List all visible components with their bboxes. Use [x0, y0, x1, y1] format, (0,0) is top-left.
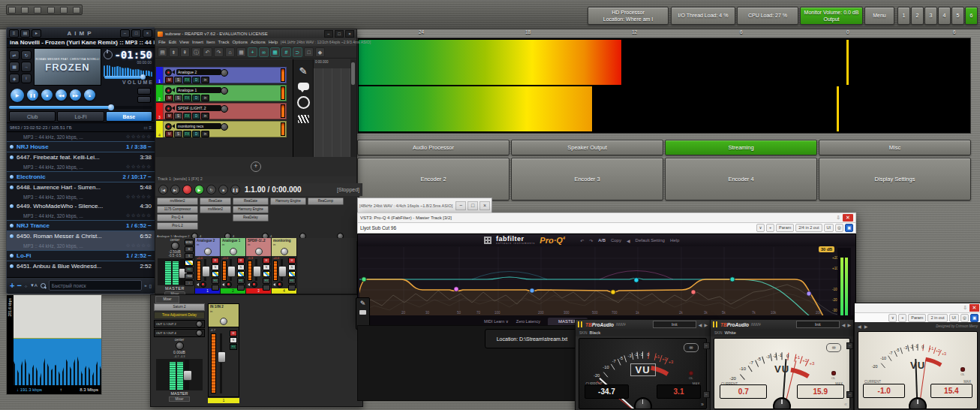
prev-button[interactable]: ◀◀	[56, 89, 67, 101]
eq-display[interactable]: 10203050701002003005007001k2k3k5k7k10k20…	[359, 247, 843, 316]
defer-button[interactable]: D	[192, 131, 200, 137]
mute-button[interactable]: M	[165, 131, 173, 137]
repeat-icon[interactable]: ↻	[21, 50, 32, 60]
next-button[interactable]: ▶▶	[70, 89, 81, 101]
input-button[interactable]: in	[201, 113, 209, 119]
fx-button[interactable]: FX	[212, 278, 219, 284]
save-icon[interactable]: ⇟	[169, 47, 179, 57]
close-icon[interactable]: ×	[345, 30, 354, 38]
mini-button-icon[interactable]	[73, 7, 80, 14]
maximize-icon[interactable]: □	[467, 201, 478, 210]
seek-bar[interactable]	[9, 104, 152, 110]
dropdown-icon[interactable]: ∨	[888, 314, 897, 322]
io-thread-load-button[interactable]: I/O Thread Load: 4 %	[671, 7, 735, 25]
track-1[interactable]: 1 Analogue 2 MSFXDin	[156, 67, 287, 83]
drum-icon[interactable]	[297, 96, 310, 109]
help-button[interactable]: Help	[670, 238, 679, 243]
route-stripes-icon[interactable]	[185, 260, 194, 266]
skin-value[interactable]: Black	[590, 330, 601, 335]
next-preset-icon[interactable]: ▶	[704, 322, 708, 327]
collapse-button[interactable]: −	[703, 342, 710, 349]
pan-knob[interactable]	[255, 248, 263, 255]
eraser-icon[interactable]	[359, 310, 366, 315]
stereo-link-icon[interactable]: ∞	[826, 343, 841, 352]
solo-button[interactable]: S	[288, 264, 296, 270]
playlist-group-electronic[interactable]: Electronic2 / 10:17 −	[7, 171, 155, 182]
track-row-6448[interactable]: 6448. Lawrence Hart - Surren...5:48	[7, 182, 155, 192]
track-1-name[interactable]: Analogue 2	[176, 69, 221, 75]
env-button[interactable]	[288, 285, 296, 291]
pause-button[interactable]: ❚❚	[27, 89, 38, 101]
fx-button[interactable]: FX	[288, 278, 296, 284]
menu-help[interactable]: Help	[269, 40, 278, 44]
fx-button[interactable]: FX	[230, 344, 237, 350]
record-arm-icon[interactable]	[165, 87, 172, 94]
menu-options[interactable]: Options	[232, 40, 248, 44]
speaker-icon[interactable]	[248, 283, 250, 286]
ripple-icon[interactable]: ∞	[259, 47, 269, 57]
new-playlist-icon[interactable]: ▯	[149, 283, 152, 288]
solo-button[interactable]: S	[212, 264, 219, 270]
menu-track[interactable]: Track	[218, 40, 230, 44]
track-row-6450-selected[interactable]: 6450. Roman Messer & Christ...6:52	[7, 231, 155, 241]
record-arm-icon[interactable]	[277, 282, 283, 288]
trim-button[interactable]: TRIM	[185, 273, 194, 279]
mini-button-icon[interactable]	[21, 7, 29, 14]
add-icon[interactable]: +	[898, 314, 906, 322]
mini-button-icon[interactable]	[8, 7, 16, 14]
menu-view[interactable]: View	[179, 40, 189, 44]
next-preset-icon[interactable]: ▶	[864, 324, 868, 329]
route-stripes-icon[interactable]	[237, 271, 245, 277]
pencil-icon[interactable]: ✎	[360, 300, 366, 307]
preset-name[interactable]: Llyot Sub Cut 96	[360, 225, 396, 231]
collapse-icon[interactable]: «	[844, 402, 847, 407]
fx-slot[interactable]: Harmony Engine	[270, 197, 306, 205]
docked-mini-titlebar[interactable]	[6, 5, 83, 15]
range-badge[interactable]: 30 dB	[819, 246, 834, 252]
track-3[interactable]: 3 SPDIF (LIGHT..2 MSFXDin	[156, 103, 287, 119]
solo-button[interactable]: S	[185, 253, 194, 259]
playlist-group-nrj-trance[interactable]: NRJ Trance1 / 6:52 −	[7, 220, 155, 231]
speaker-icon[interactable]	[172, 70, 175, 74]
collapse-button[interactable]: −	[846, 342, 853, 349]
mini-button-icon[interactable]	[60, 7, 68, 14]
expand-icon[interactable]: »	[701, 402, 704, 407]
collapse-button[interactable]: −	[846, 391, 853, 398]
next-preset-icon[interactable]: ▶	[847, 322, 851, 327]
preset-button-2[interactable]: 2	[911, 7, 924, 25]
search-icon[interactable]	[40, 282, 47, 289]
prev-preset-icon[interactable]: ◀	[858, 324, 861, 329]
volume-slider[interactable]	[104, 76, 150, 79]
maximize-icon[interactable]: □	[335, 30, 344, 38]
fx-button[interactable]: FX	[237, 278, 245, 284]
pan-knob[interactable]	[220, 318, 227, 325]
redo-icon[interactable]: ↷	[214, 47, 224, 57]
record-arm-icon[interactable]	[165, 69, 172, 76]
channel-header[interactable]: SPDIF-1/..2in	[246, 238, 271, 256]
mixer-tab[interactable]: Mixer	[155, 296, 179, 303]
collapse-icon[interactable]: ◀	[627, 238, 630, 243]
ab-button[interactable]: A/B	[598, 238, 606, 243]
record-arm-icon[interactable]	[165, 105, 172, 112]
solo-button[interactable]: S	[237, 264, 245, 270]
record-arm-icon[interactable]	[226, 282, 232, 288]
track-row-6447[interactable]: 6447. Firebeatz feat. Kelli-Lei...3:38	[7, 152, 155, 162]
max-value[interactable]: 15.4	[930, 384, 972, 398]
fx-slot[interactable]: ReaDelay	[233, 214, 269, 222]
channel-header[interactable]: IN 1/IN 2 in	[208, 303, 239, 327]
collapse-icon[interactable]: −	[148, 252, 152, 259]
settings-icon[interactable]: ◎	[835, 224, 843, 232]
record-arm-icon[interactable]	[165, 123, 172, 130]
zero-latency-button[interactable]: Zero Latency	[516, 319, 540, 324]
rating-stars[interactable]: ☆☆☆☆☆	[126, 194, 152, 200]
solo-button[interactable]: S	[174, 95, 182, 101]
add-track-button[interactable]: +	[10, 282, 14, 290]
ui-button[interactable]: UI	[824, 224, 834, 232]
pencil-icon[interactable]: ✎	[299, 65, 308, 77]
rating-stars[interactable]: ☆☆☆☆☆	[126, 164, 152, 170]
hd-processor-button[interactable]: HD Processor Location: Where am I	[588, 7, 669, 25]
channel-fader[interactable]	[204, 259, 206, 281]
menu-item[interactable]: Item	[206, 40, 215, 44]
preset-button[interactable]: Init	[653, 321, 696, 328]
collapse-icon[interactable]: −	[148, 143, 152, 150]
